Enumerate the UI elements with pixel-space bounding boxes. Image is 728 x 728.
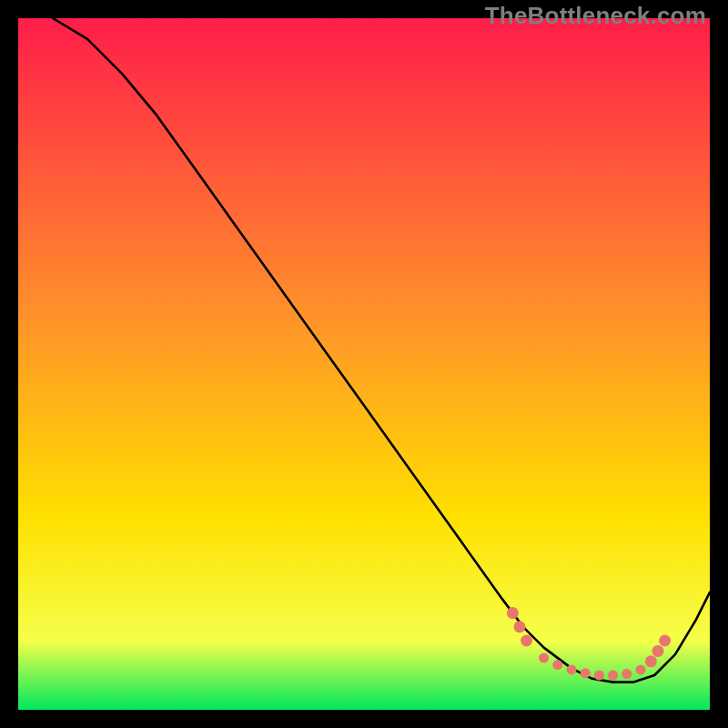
marker-dot [622,669,632,679]
marker-dot [594,671,604,681]
marker-dot [514,621,526,632]
marker-dot [567,664,577,674]
marker-dot [659,635,671,647]
marker-dot [645,655,657,667]
bottleneck-chart [18,18,710,710]
marker-dot [552,660,562,670]
marker-dot [521,635,532,647]
marker-dot [539,653,549,663]
marker-dot [608,671,618,681]
watermark-text: TheBottleneck.com [485,2,706,30]
chart-frame [18,18,710,710]
gradient-background [18,18,710,710]
marker-dot [636,664,646,674]
marker-dot [507,607,519,619]
marker-dot [652,645,664,657]
marker-dot [581,668,591,678]
